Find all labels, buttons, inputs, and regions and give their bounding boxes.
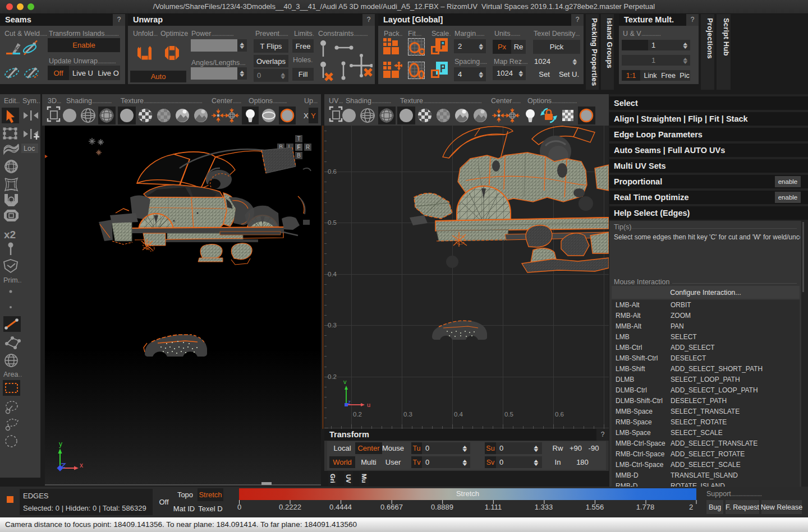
svg-text:X: X (304, 112, 309, 120)
svg-text:Y: Y (311, 112, 316, 120)
svg-text:x2: x2 (4, 229, 16, 240)
svg-text:Area..: Area.. (3, 371, 22, 378)
svg-text:Prim..: Prim.. (3, 276, 22, 284)
svg-text:Loc: Loc (24, 145, 35, 152)
